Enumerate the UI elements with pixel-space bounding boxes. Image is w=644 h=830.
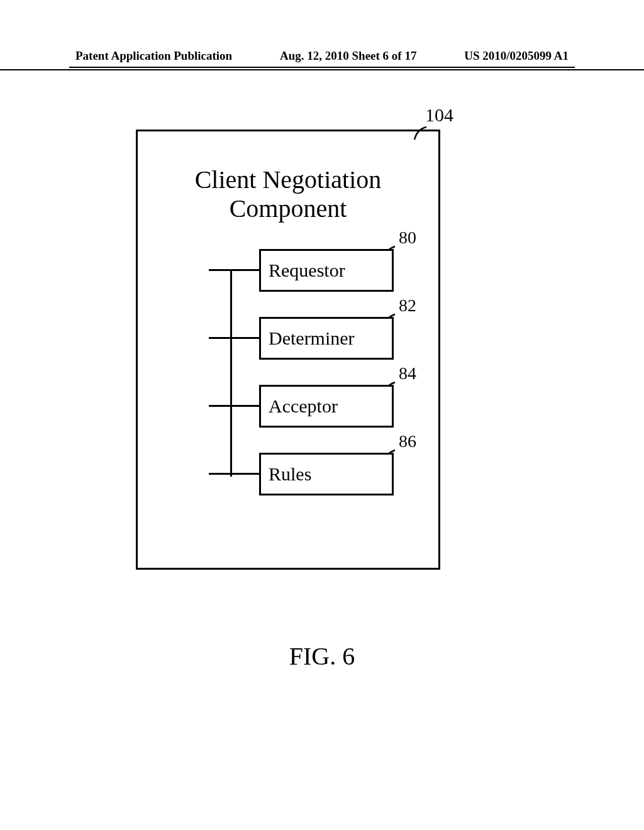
header-middle: Aug. 12, 2010 Sheet 6 of 17	[280, 49, 416, 63]
title-line-1: Client Negotiation	[195, 165, 382, 194]
tree-branch	[209, 337, 259, 339]
sub-block-list: 80 Requestor 82 Determiner 84	[209, 231, 423, 503]
figure-caption: FIG. 6	[0, 641, 644, 671]
sub-block: Determiner	[259, 317, 394, 360]
sub-block-row: 86 Rules	[209, 435, 423, 503]
sub-block: Rules	[259, 453, 394, 495]
header-right: US 2010/0205099 A1	[464, 49, 569, 63]
header-rule	[69, 67, 575, 68]
title-line-2: Component	[230, 194, 347, 223]
ref-number-outer: 104	[425, 104, 453, 126]
sub-block-row: 80 Requestor	[209, 231, 423, 299]
sub-block-label: Determiner	[269, 328, 355, 349]
tree-branch	[209, 405, 259, 407]
ref-number: 86	[399, 431, 416, 451]
sub-block-row: 84 Acceptor	[209, 367, 423, 435]
diagram: 104 Client Negotiation Component 80 Requ…	[136, 107, 440, 572]
ref-number: 82	[399, 296, 416, 316]
ref-number: 84	[399, 363, 416, 384]
outer-box-title: Client Negotiation Component	[138, 165, 438, 223]
tree-branch	[209, 269, 259, 271]
sub-block-label: Rules	[269, 463, 311, 485]
sub-block-label: Acceptor	[269, 396, 338, 417]
tree-branch	[209, 473, 259, 475]
sub-block-row: 82 Determiner	[209, 299, 423, 367]
header-left: Patent Application Publication	[75, 49, 232, 63]
sub-block: Requestor	[259, 249, 394, 292]
ref-number: 80	[399, 228, 416, 248]
sub-block: Acceptor	[259, 385, 394, 428]
sub-block-label: Requestor	[269, 260, 345, 281]
